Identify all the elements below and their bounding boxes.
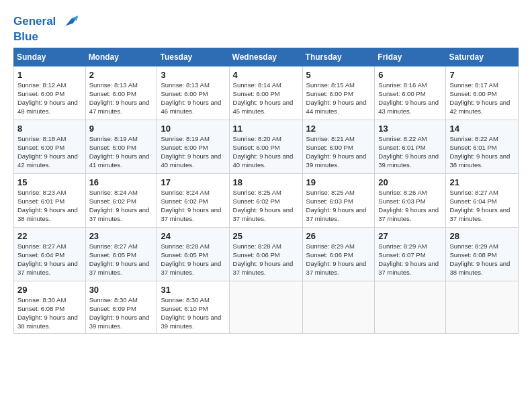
sunrise-text: Sunrise: 8:29 AM (449, 242, 498, 250)
sunrise-text: Sunrise: 8:16 AM (378, 81, 427, 89)
day-number: 26 (306, 230, 371, 242)
day-number: 15 (17, 177, 82, 189)
sunrise-text: Sunrise: 8:26 AM (378, 189, 427, 196)
daylight-text: Daylight: 9 hours and 38 minutes. (17, 314, 78, 330)
sunrise-text: Sunrise: 8:19 AM (89, 135, 138, 142)
daylight-text: Daylight: 9 hours and 44 minutes. (306, 99, 367, 115)
calendar-cell: 1 Sunrise: 8:12 AM Sunset: 6:00 PM Dayli… (14, 66, 86, 120)
sunset-text: Sunset: 6:00 PM (306, 90, 353, 97)
day-header-friday: Friday (375, 48, 446, 66)
calendar-cell: 15 Sunrise: 8:23 AM Sunset: 6:01 PM Dayl… (14, 173, 86, 227)
day-number: 5 (306, 69, 371, 81)
day-number: 13 (378, 123, 442, 135)
sunset-text: Sunset: 6:06 PM (306, 251, 353, 259)
calendar-cell: 8 Sunrise: 8:18 AM Sunset: 6:00 PM Dayli… (14, 120, 86, 173)
sunset-text: Sunset: 6:01 PM (449, 144, 496, 151)
sunset-text: Sunset: 6:00 PM (306, 144, 353, 151)
calendar-cell: 23 Sunrise: 8:27 AM Sunset: 6:05 PM Dayl… (85, 227, 157, 281)
sunset-text: Sunset: 6:05 PM (161, 251, 208, 259)
day-number: 14 (449, 123, 515, 135)
sunset-text: Sunset: 6:04 PM (449, 197, 496, 205)
daylight-text: Daylight: 9 hours and 40 minutes. (161, 152, 221, 169)
day-number: 4 (233, 69, 299, 81)
daylight-text: Daylight: 9 hours and 38 minutes. (449, 152, 510, 169)
day-number: 6 (378, 69, 442, 81)
sunrise-text: Sunrise: 8:12 AM (17, 81, 66, 89)
calendar-cell: 4 Sunrise: 8:14 AM Sunset: 6:00 PM Dayli… (229, 66, 302, 120)
sunset-text: Sunset: 6:00 PM (378, 90, 425, 97)
calendar-cell: 30 Sunrise: 8:30 AM Sunset: 6:09 PM Dayl… (85, 281, 157, 334)
day-number: 23 (89, 230, 154, 242)
sunset-text: Sunset: 6:02 PM (89, 197, 136, 205)
calendar-cell (302, 281, 375, 334)
day-number: 16 (89, 177, 154, 189)
day-header-thursday: Thursday (302, 48, 375, 66)
sunrise-text: Sunrise: 8:28 AM (161, 242, 209, 250)
week-row-1: 1 Sunrise: 8:12 AM Sunset: 6:00 PM Dayli… (14, 66, 519, 120)
sunrise-text: Sunrise: 8:15 AM (306, 81, 355, 89)
week-row-2: 8 Sunrise: 8:18 AM Sunset: 6:00 PM Dayli… (14, 120, 519, 173)
sunset-text: Sunset: 6:07 PM (378, 251, 425, 259)
day-number: 21 (449, 177, 515, 189)
day-number: 10 (161, 123, 225, 135)
daylight-text: Daylight: 9 hours and 38 minutes. (17, 206, 78, 222)
sunset-text: Sunset: 6:00 PM (17, 144, 64, 151)
daylight-text: Daylight: 9 hours and 37 minutes. (17, 260, 78, 276)
page: General Blue SundayMondayTuesdayWednesda… (0, 0, 532, 411)
daylight-text: Daylight: 9 hours and 47 minutes. (89, 99, 150, 115)
calendar-cell (229, 281, 302, 334)
sunset-text: Sunset: 6:04 PM (17, 251, 64, 259)
daylight-text: Daylight: 9 hours and 37 minutes. (233, 206, 294, 222)
day-number: 18 (233, 177, 299, 189)
sunset-text: Sunset: 6:06 PM (233, 251, 280, 259)
daylight-text: Daylight: 9 hours and 37 minutes. (378, 206, 439, 222)
week-row-5: 29 Sunrise: 8:30 AM Sunset: 6:08 PM Dayl… (14, 281, 519, 334)
sunset-text: Sunset: 6:08 PM (17, 305, 64, 312)
day-number: 29 (17, 284, 82, 296)
week-row-3: 15 Sunrise: 8:23 AM Sunset: 6:01 PM Dayl… (14, 173, 519, 227)
daylight-text: Daylight: 9 hours and 46 minutes. (161, 99, 221, 115)
sunset-text: Sunset: 6:10 PM (161, 305, 208, 312)
sunset-text: Sunset: 6:00 PM (161, 90, 208, 97)
sunrise-text: Sunrise: 8:17 AM (449, 81, 498, 89)
calendar-cell: 12 Sunrise: 8:21 AM Sunset: 6:00 PM Dayl… (302, 120, 375, 173)
sunrise-text: Sunrise: 8:27 AM (449, 189, 498, 196)
calendar-cell: 28 Sunrise: 8:29 AM Sunset: 6:08 PM Dayl… (446, 227, 519, 281)
sunset-text: Sunset: 6:08 PM (449, 251, 496, 259)
day-number: 9 (89, 123, 154, 135)
sunrise-text: Sunrise: 8:27 AM (17, 242, 66, 250)
calendar-cell: 13 Sunrise: 8:22 AM Sunset: 6:01 PM Dayl… (375, 120, 446, 173)
sunrise-text: Sunrise: 8:22 AM (449, 135, 498, 142)
calendar-cell: 14 Sunrise: 8:22 AM Sunset: 6:01 PM Dayl… (446, 120, 519, 173)
day-header-wednesday: Wednesday (229, 48, 302, 66)
header-row: SundayMondayTuesdayWednesdayThursdayFrid… (14, 48, 519, 66)
logo-bird-icon (60, 12, 79, 31)
daylight-text: Daylight: 9 hours and 39 minutes. (89, 314, 150, 330)
sunset-text: Sunset: 6:00 PM (233, 144, 280, 151)
daylight-text: Daylight: 9 hours and 45 minutes. (233, 99, 294, 115)
sunset-text: Sunset: 6:02 PM (161, 197, 208, 205)
calendar-cell: 5 Sunrise: 8:15 AM Sunset: 6:00 PM Dayli… (302, 66, 375, 120)
daylight-text: Daylight: 9 hours and 37 minutes. (306, 206, 367, 222)
day-number: 19 (306, 177, 371, 189)
day-number: 2 (89, 69, 154, 81)
logo-general: General (13, 15, 56, 28)
calendar-cell: 11 Sunrise: 8:20 AM Sunset: 6:00 PM Dayl… (229, 120, 302, 173)
day-number: 25 (233, 230, 299, 242)
sunset-text: Sunset: 6:01 PM (17, 197, 64, 205)
sunrise-text: Sunrise: 8:29 AM (306, 242, 355, 250)
sunrise-text: Sunrise: 8:23 AM (17, 189, 66, 196)
calendar-cell: 20 Sunrise: 8:26 AM Sunset: 6:03 PM Dayl… (375, 173, 446, 227)
sunrise-text: Sunrise: 8:21 AM (306, 135, 355, 142)
calendar-cell: 17 Sunrise: 8:24 AM Sunset: 6:02 PM Dayl… (157, 173, 229, 227)
sunrise-text: Sunrise: 8:18 AM (17, 135, 66, 142)
sunrise-text: Sunrise: 8:13 AM (89, 81, 138, 89)
day-number: 1 (17, 69, 82, 81)
sunset-text: Sunset: 6:00 PM (161, 144, 208, 151)
sunrise-text: Sunrise: 8:20 AM (233, 135, 281, 142)
day-number: 8 (17, 123, 82, 135)
day-number: 22 (17, 230, 82, 242)
sunset-text: Sunset: 6:02 PM (233, 197, 280, 205)
calendar-cell: 29 Sunrise: 8:30 AM Sunset: 6:08 PM Dayl… (14, 281, 86, 334)
sunrise-text: Sunrise: 8:28 AM (233, 242, 281, 250)
